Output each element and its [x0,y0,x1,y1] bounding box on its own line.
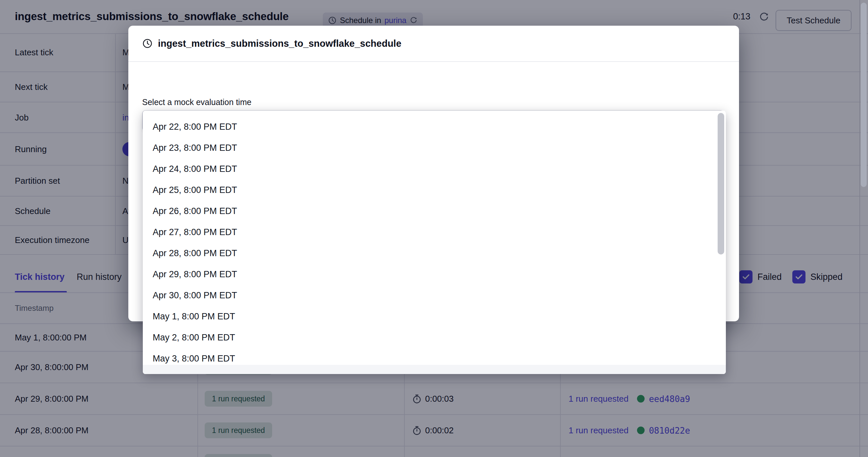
menu-option[interactable]: Apr 24, 8:00 PM EDT [143,159,726,179]
menu-option[interactable]: May 1, 8:00 PM EDT [143,306,726,327]
menu-option[interactable]: Apr 22, 8:00 PM EDT [143,116,726,137]
menu-option[interactable]: Apr 26, 8:00 PM EDT [143,201,726,222]
menu-scrollbar-thumb[interactable] [718,113,724,255]
page-scrollbar-thumb[interactable] [861,3,867,187]
menu-option[interactable]: Apr 28, 8:00 PM EDT [143,242,726,264]
menu-option[interactable]: Apr 30, 8:00 PM EDT [143,285,726,306]
evaluation-time-label: Select a mock evaluation time [142,97,251,107]
menu-option[interactable]: May 2, 8:00 PM EDT [143,327,726,348]
menu-option[interactable]: Apr 29, 8:00 PM EDT [143,264,726,285]
dialog-title: ingest_metrics_submissions_to_snowflake_… [158,38,401,49]
clock-icon [142,38,153,49]
dialog-header: ingest_metrics_submissions_to_snowflake_… [128,26,739,62]
schedule-page: ingest_metrics_submissions_to_snowflake_… [0,0,868,457]
menu-footer [143,365,726,374]
menu-option[interactable]: Apr 23, 8:00 PM EDT [143,137,726,159]
menu-option[interactable]: Apr 25, 8:00 PM EDT [143,179,726,201]
menu-option[interactable]: Apr 27, 8:00 PM EDT [143,222,726,242]
evaluation-time-menu: Apr 22, 8:00 PM EDT Apr 23, 8:00 PM EDT … [143,111,726,374]
